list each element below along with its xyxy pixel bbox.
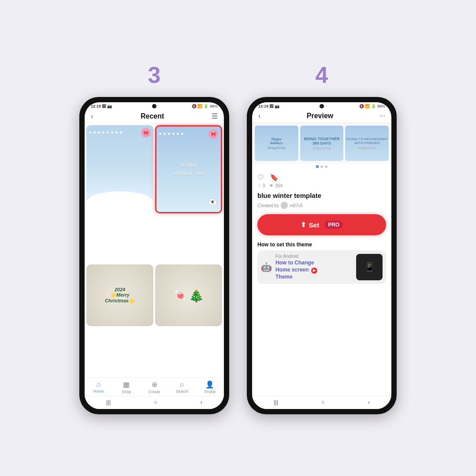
views-stat: 👁 354 xyxy=(269,183,282,188)
bottom-bar-3: ||| ○ ‹ xyxy=(85,396,224,409)
status-time-4: 12:19 🖼 📷 xyxy=(258,104,279,108)
winter-card-content: 🎀 Winter without you 🐻‍❄️ xyxy=(156,126,221,212)
set-icon: ⬆ xyxy=(301,221,306,229)
bottom-bar-4: ||| ○ ‹ xyxy=(252,396,391,409)
tab-create[interactable]: ⊕ Create xyxy=(140,380,168,394)
more-icon-4[interactable]: ··· xyxy=(379,112,385,120)
gesture-back: ‹ xyxy=(201,399,202,405)
candy-content: 🍬🎄 xyxy=(155,264,222,326)
template-title: blue winter template xyxy=(252,190,391,201)
candy-card[interactable]: 🍬🎄 xyxy=(155,264,222,326)
play-icon: ▶ xyxy=(311,268,317,274)
tab-profile[interactable]: 👤 Profile xyxy=(196,380,224,394)
tab-search[interactable]: ⌕ Search xyxy=(168,380,196,394)
home-icon: ⌂ xyxy=(97,380,101,388)
cursor-hand-3: 🫵 xyxy=(221,205,222,213)
tab-bar-3: ⌂ Home ▦ Shop ⊕ Create ⌕ Search xyxy=(85,377,224,396)
candy-emoji: 🍬🎄 xyxy=(173,288,204,303)
how-to-info: For Android How to Change Home screen ▶ … xyxy=(275,254,318,280)
search-icon: ⌕ xyxy=(180,380,184,388)
ribbon-badge-left: 🎀 xyxy=(141,128,151,138)
snow-card-left[interactable]: 🎀 xyxy=(86,125,153,213)
preview-content-container: Happyholidays WidgetClub BEING TOGETHER3… xyxy=(252,123,391,396)
snow-hill xyxy=(86,191,153,213)
creator-info: Created by m07v5 xyxy=(252,201,391,212)
set-button-container: ⬆ Set PRO 🫵 xyxy=(252,212,391,238)
recent-grid: 🎀 xyxy=(85,123,224,377)
winter-text: Winter without you xyxy=(174,161,203,177)
page-title-4: Preview xyxy=(307,112,333,120)
pro-badge: PRO xyxy=(324,221,343,229)
indicator-3 xyxy=(325,165,327,168)
set-button[interactable]: ⬆ Set PRO xyxy=(257,214,386,235)
thumb-calendar[interactable]: GOING TO RESTAURANTWITH FRIENDS WidgetCl… xyxy=(345,126,389,161)
shop-icon: ▦ xyxy=(123,380,130,389)
preview-actions: ♡ 🔖 xyxy=(252,170,391,183)
status-icons-4: 🔇 📶 🔋 98% xyxy=(359,104,385,108)
how-to-section: How to set this theme 🤖 For Android How … xyxy=(252,238,391,287)
nav-header-3: ‹ Recent ☰ xyxy=(85,109,224,123)
platform-label: For Android xyxy=(275,254,318,259)
android-icon: 🤖 xyxy=(261,262,272,272)
back-button-4[interactable]: ‹ xyxy=(258,112,260,120)
nav-header-4: ‹ Preview ··· xyxy=(252,109,391,123)
recent-grid-container: 🎀 xyxy=(85,123,224,377)
thumb-holidays-text: Happyholidays xyxy=(270,137,283,145)
notch-4 xyxy=(320,104,324,108)
christmas-text: 2024🌟MerryChristmas🌟 xyxy=(105,287,135,304)
heart-icon[interactable]: ♡ xyxy=(257,173,264,182)
phone-3-inner: 12:19 🖼 📷 🔇 📶 🔋 98% ‹ Recent ☰ xyxy=(85,102,224,409)
christmas-content: 2024🌟MerryChristmas🌟 xyxy=(86,264,153,326)
profile-icon: 👤 xyxy=(205,380,214,389)
status-icons-3: 🔇 📶 🔋 98% xyxy=(192,104,218,108)
step-4: 4 12:19 🖼 📷 🔇 📶 🔋 98% xyxy=(247,62,397,414)
status-bar-3: 12:19 🖼 📷 🔇 📶 🔋 98% xyxy=(85,102,224,109)
indicator-1 xyxy=(316,165,319,168)
set-label: Set xyxy=(309,221,319,229)
main-container: 3 12:19 🖼 📷 🔇 📶 🔋 98% xyxy=(62,44,414,432)
thumb-holidays[interactable]: Happyholidays WidgetClub xyxy=(255,126,298,161)
step-3-number: 3 xyxy=(148,62,161,88)
indicator-2 xyxy=(320,165,323,168)
winter-card-highlighted[interactable]: 🎀 Winter without you 🐻‍❄️ 🫵 xyxy=(155,125,222,213)
status-time-3: 12:19 🖼 📷 xyxy=(91,104,112,108)
creator-name: m07v5 xyxy=(290,203,303,208)
preview-scroll: Happyholidays WidgetClub BEING TOGETHER3… xyxy=(252,123,391,396)
step-4-number: 4 xyxy=(316,62,328,88)
christmas-card[interactable]: 2024🌟MerryChristmas🌟 xyxy=(86,264,153,326)
ribbon-badge-right: 🎀 xyxy=(208,129,218,139)
gesture-lines: ||| xyxy=(106,399,111,405)
phone-3: 12:19 🖼 📷 🔇 📶 🔋 98% ‹ Recent ☰ xyxy=(79,97,229,414)
gesture-circle-4: ○ xyxy=(321,399,325,405)
how-to-title: How to set this theme xyxy=(257,242,386,248)
gesture-back-4: ‹ xyxy=(368,399,370,405)
tab-shop-label: Shop xyxy=(122,390,131,394)
menu-icon-3[interactable]: ☰ xyxy=(212,112,218,120)
thumb-calendar-text: GOING TO RESTAURANTWITH FRIENDS xyxy=(346,137,388,145)
back-button-3[interactable]: ‹ xyxy=(91,112,93,120)
tab-home-label: Home xyxy=(93,389,104,394)
bookmark-icon[interactable]: 🔖 xyxy=(270,173,279,182)
page-title-3: Recent xyxy=(141,112,164,120)
thumb-days[interactable]: BEING TOGETHER360 DAYS WidgetClub xyxy=(300,126,344,161)
thumb-days-text: BEING TOGETHER360 DAYS xyxy=(304,137,340,145)
preview-stats: ♡ 3 👁 354 xyxy=(252,183,391,190)
status-bar-4: 12:19 🖼 📷 🔇 📶 🔋 98% xyxy=(252,102,391,109)
notch-3 xyxy=(152,104,156,108)
tab-profile-label: Profile xyxy=(205,390,216,394)
gesture-circle: ○ xyxy=(154,399,157,405)
creator-avatar xyxy=(281,202,288,209)
gesture-lines-4: ||| xyxy=(274,399,278,405)
tab-home[interactable]: ⌂ Home xyxy=(85,380,112,394)
bear-decoration: 🐻‍❄️ xyxy=(208,197,217,207)
how-to-text: How to Change Home screen ▶ Theme xyxy=(275,260,318,280)
phone-4-inner: 12:19 🖼 📷 🔇 📶 🔋 98% ‹ Preview ··· xyxy=(252,102,391,409)
page-indicators xyxy=(252,164,391,170)
snow-scene: 🎀 xyxy=(86,125,153,213)
widget-club-thumb: 📱 xyxy=(356,254,383,280)
phone-4: 12:19 🖼 📷 🔇 📶 🔋 98% ‹ Preview ··· xyxy=(247,97,397,414)
tab-search-label: Search xyxy=(176,389,189,394)
how-to-card[interactable]: 🤖 For Android How to Change Home screen … xyxy=(257,250,386,284)
create-icon: ⊕ xyxy=(152,380,157,389)
tab-shop[interactable]: ▦ Shop xyxy=(112,380,140,394)
